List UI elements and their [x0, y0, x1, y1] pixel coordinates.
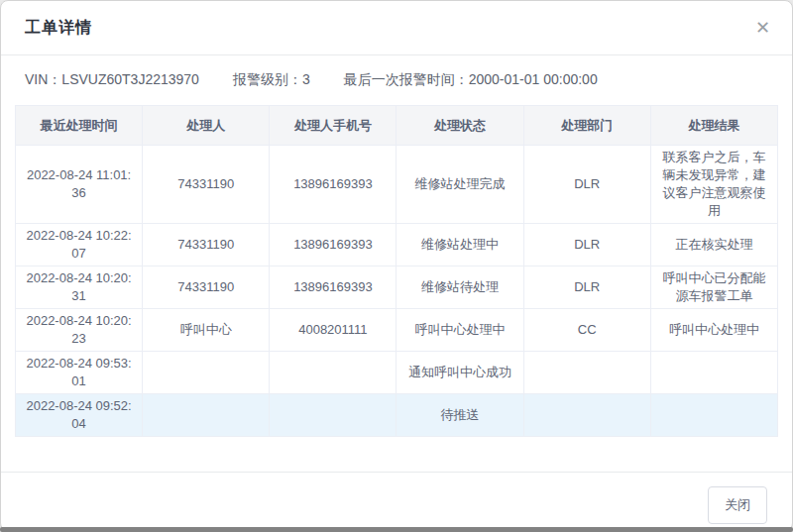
table-body: 2022-08-24 11:01:367433119013896169393维修… [16, 146, 778, 437]
table-header-cell: 处理状态 [396, 106, 523, 146]
table-cell: 呼叫中心处理中 [650, 309, 777, 352]
alarm-level-value: 3 [302, 71, 310, 87]
table-header-cell: 处理人手机号 [270, 106, 396, 146]
table-cell: DLR [523, 146, 650, 224]
table-cell: 4008201111 [270, 309, 396, 352]
table-row[interactable]: 2022-08-24 10:20:23呼叫中心4008201111呼叫中心处理中… [16, 309, 778, 352]
table-cell: 13896169393 [270, 146, 396, 224]
table-cell: 维修站待处理 [396, 266, 523, 309]
table-cell: 呼叫中心 [143, 309, 270, 352]
table-row[interactable]: 2022-08-24 09:52:04待推送 [16, 394, 778, 437]
work-order-detail-dialog: 工单详情 ✕ VIN：LSVUZ60T3J2213970 报警级别：3 最后一次… [0, 0, 793, 531]
table-row[interactable]: 2022-08-24 10:22:077433119013896169393维修… [16, 224, 778, 266]
table-cell [270, 394, 396, 437]
table-row[interactable]: 2022-08-24 09:53:01通知呼叫中心成功 [16, 352, 778, 394]
table-cell [143, 352, 270, 394]
table-cell [143, 394, 270, 437]
table-cell: 待推送 [396, 394, 523, 437]
table-cell: DLR [523, 224, 650, 266]
table-cell [270, 352, 396, 394]
dialog-header: 工单详情 ✕ [1, 1, 792, 55]
table-cell [523, 394, 650, 437]
table-cell: 74331190 [143, 146, 270, 224]
alarm-level-label: 报警级别： [233, 71, 302, 87]
table-header-cell: 最近处理时间 [16, 106, 143, 146]
table-cell: 13896169393 [270, 224, 396, 266]
table-row[interactable]: 2022-08-24 11:01:367433119013896169393维修… [16, 146, 778, 224]
table-cell: 维修站处理中 [396, 224, 523, 266]
table-cell [650, 394, 777, 437]
dialog-footer: 关闭 [1, 472, 792, 530]
vin-label: VIN： [25, 71, 61, 87]
table-cell: 联系客户之后，车辆未发现异常，建议客户注意观察使用 [650, 146, 777, 224]
table-cell: 74331190 [143, 266, 270, 309]
table-header-cell: 处理部门 [523, 106, 650, 146]
table-cell: 呼叫中心处理中 [396, 309, 523, 352]
alarm-level-field: 报警级别：3 [233, 71, 310, 89]
table-row[interactable]: 2022-08-24 10:20:317433119013896169393维修… [16, 266, 778, 309]
process-history-table: 最近处理时间处理人处理人手机号处理状态处理部门处理结果 2022-08-24 1… [15, 105, 778, 437]
table-header-cell: 处理结果 [650, 106, 777, 146]
table-cell: CC [523, 309, 650, 352]
vin-field: VIN：LSVUZ60T3J2213970 [25, 71, 199, 89]
last-alarm-time-value: 2000-01-01 00:00:00 [469, 71, 598, 87]
table-header-cell: 处理人 [143, 106, 270, 146]
table-cell: 2022-08-24 10:20:23 [16, 309, 143, 352]
table-cell: 2022-08-24 09:52:04 [16, 394, 143, 437]
table-cell: 维修站处理完成 [396, 146, 523, 224]
table-cell: 2022-08-24 09:53:01 [16, 352, 143, 394]
table-cell [650, 352, 777, 394]
close-button[interactable]: 关闭 [708, 486, 767, 524]
table-cell: 2022-08-24 10:22:07 [16, 224, 143, 266]
table-cell: 2022-08-24 11:01:36 [16, 146, 143, 224]
table-header-row: 最近处理时间处理人处理人手机号处理状态处理部门处理结果 [16, 106, 778, 146]
table-cell: 2022-08-24 10:20:31 [16, 266, 143, 309]
table-cell: 正在核实处理 [650, 224, 777, 266]
table-cell: 呼叫中心已分配能源车报警工单 [650, 266, 777, 309]
last-alarm-time-field: 最后一次报警时间：2000-01-01 00:00:00 [344, 71, 598, 89]
vehicle-info-row: VIN：LSVUZ60T3J2213970 报警级别：3 最后一次报警时间：20… [1, 55, 792, 105]
vin-value: LSVUZ60T3J2213970 [61, 71, 199, 87]
table-cell: 74331190 [143, 224, 270, 266]
close-icon[interactable]: ✕ [755, 19, 770, 37]
process-history-table-wrap: 最近处理时间处理人处理人手机号处理状态处理部门处理结果 2022-08-24 1… [1, 105, 792, 437]
dialog-title: 工单详情 [25, 18, 92, 39]
table-cell: DLR [523, 266, 650, 309]
horizontal-scrollbar[interactable] [0, 527, 793, 532]
last-alarm-time-label: 最后一次报警时间： [344, 71, 469, 87]
table-cell: 通知呼叫中心成功 [396, 352, 523, 394]
table-cell: 13896169393 [270, 266, 396, 309]
table-cell [523, 352, 650, 394]
